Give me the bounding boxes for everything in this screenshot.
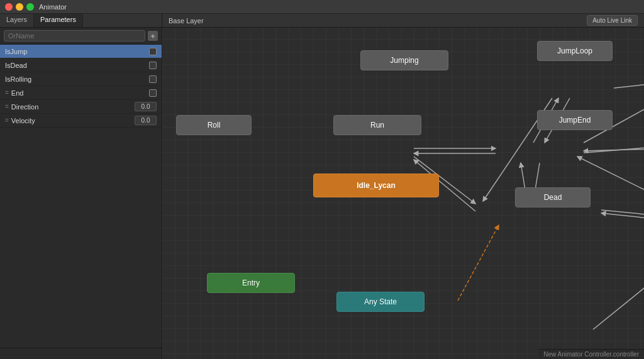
status-bar: New Animator Controller.controller: [538, 349, 644, 359]
param-name-isjump: IsJump: [5, 48, 149, 55]
tab-parameters[interactable]: Parameters: [34, 14, 83, 27]
param-item-isjump[interactable]: IsJump: [0, 45, 162, 58]
svg-line-14: [601, 210, 644, 218]
param-value-isdead[interactable]: [149, 62, 157, 69]
param-name-isdead: IsDead: [5, 62, 149, 69]
node-dead[interactable]: Dead: [515, 187, 591, 207]
svg-line-16: [458, 225, 499, 301]
svg-line-17: [593, 235, 644, 329]
sidebar-footer: [0, 348, 162, 359]
param-value-direction[interactable]: [135, 102, 157, 111]
node-jumpend[interactable]: JumpEnd: [537, 110, 613, 130]
param-eq-direction: =: [5, 103, 9, 110]
add-param-button[interactable]: +: [148, 31, 158, 41]
status-text: New Animator Controller.controller: [543, 351, 639, 358]
svg-line-4: [584, 143, 644, 153]
node-entry[interactable]: Entry: [207, 273, 295, 293]
svg-line-0: [614, 79, 644, 88]
param-item-direction[interactable]: = Direction: [0, 100, 162, 114]
maximize-button[interactable]: [26, 3, 34, 11]
node-idle-lycan[interactable]: Idle_Lycan: [313, 174, 439, 197]
param-eq-end: =: [5, 89, 9, 96]
param-value-isrolling[interactable]: [149, 75, 157, 83]
window-controls: [5, 3, 34, 11]
param-name-end: End: [11, 89, 149, 97]
sidebar: Layers Parameters + IsJump IsDead IsRoll…: [0, 14, 162, 359]
main-layout: Layers Parameters + IsJump IsDead IsRoll…: [0, 14, 644, 359]
param-item-isdead[interactable]: IsDead: [0, 58, 162, 72]
param-value-isjump[interactable]: [149, 48, 157, 55]
svg-line-2: [584, 148, 644, 151]
node-any-state[interactable]: Any State: [336, 292, 425, 312]
param-item-isrolling[interactable]: IsRolling: [0, 72, 162, 86]
param-eq-velocity: =: [5, 117, 9, 124]
canvas-topbar: Base Layer Auto Live Link: [162, 14, 644, 28]
search-input[interactable]: [4, 30, 145, 41]
tab-layers[interactable]: Layers: [0, 14, 34, 27]
node-roll[interactable]: Roll: [176, 115, 252, 135]
layer-label: Base Layer: [169, 17, 204, 25]
close-button[interactable]: [5, 3, 13, 11]
param-name-isrolling: IsRolling: [5, 75, 149, 83]
node-jumping[interactable]: Jumping: [360, 50, 448, 70]
app-title: Animator: [39, 3, 67, 11]
param-list: IsJump IsDead IsRolling = End =: [0, 45, 162, 348]
param-name-velocity: Velocity: [11, 117, 135, 124]
param-value-velocity[interactable]: [135, 116, 157, 125]
param-name-direction: Direction: [11, 103, 135, 111]
minimize-button[interactable]: [16, 3, 23, 11]
param-item-end[interactable]: = End: [0, 86, 162, 100]
param-item-velocity[interactable]: = Velocity: [0, 114, 162, 128]
search-bar: +: [0, 28, 162, 45]
sidebar-tabs: Layers Parameters: [0, 14, 162, 28]
svg-line-13: [601, 213, 644, 221]
param-value-end[interactable]: [149, 89, 157, 97]
title-bar: Animator: [0, 0, 644, 14]
canvas-area[interactable]: Base Layer Auto Live Link: [162, 14, 644, 359]
node-jumploop[interactable]: JumpLoop: [537, 41, 613, 61]
live-link-button[interactable]: Auto Live Link: [587, 15, 638, 26]
node-run[interactable]: Run: [333, 115, 421, 135]
